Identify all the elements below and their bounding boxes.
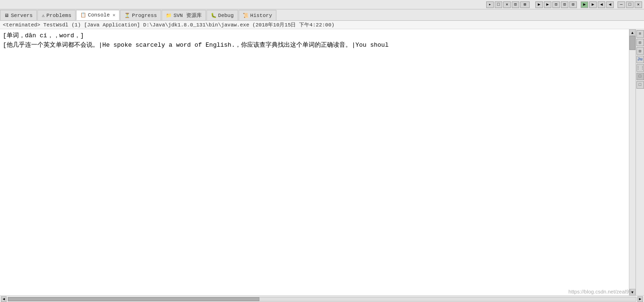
right-btn-1[interactable]: ≡: [636, 30, 644, 38]
tab-progress[interactable]: ⏳ Progress: [120, 10, 161, 20]
console-output[interactable]: [单词，dān cí，，word，] [他几乎连一个英文单词都不会说。|He s…: [0, 29, 629, 295]
scroll-right-button[interactable]: ▶: [637, 296, 643, 302]
toolbar-btn-stop[interactable]: ✕: [503, 1, 511, 8]
status-text: <terminated> TestWsdl (1) [Java Applicat…: [3, 21, 335, 28]
right-btn-4[interactable]: Ju: [636, 56, 644, 63]
tab-svn-label: SVN 资源库: [173, 12, 201, 19]
right-btn-5[interactable]: ⋮⋮: [636, 64, 644, 72]
tab-debug-label: Debug: [218, 13, 234, 18]
tab-bar: 🖥 Servers ⚠ Problems 📋 Console ✕ ⏳ Progr…: [0, 9, 644, 21]
toolbar-btn-4[interactable]: ⊡: [512, 1, 519, 8]
toolbar-btn-close-window[interactable]: ✕: [635, 1, 642, 8]
toolbar-btn-9[interactable]: ⊟: [569, 1, 577, 8]
console-line-1: [单词，dān cí，，word，]: [3, 31, 626, 41]
status-bar: <terminated> TestWsdl (1) [Java Applicat…: [0, 21, 644, 29]
tab-debug[interactable]: 🐛 Debug: [206, 10, 238, 20]
toolbar-btn-5[interactable]: ⊞: [520, 1, 530, 8]
main-area: [单词，dān cí，，word，] [他几乎连一个英文单词都不会说。|He s…: [0, 29, 644, 295]
toolbar-btn-10[interactable]: ◀: [598, 1, 605, 8]
toolbar-btn-6[interactable]: ▶: [535, 1, 543, 8]
svn-icon: 📁: [166, 13, 172, 18]
horizontal-scrollbar[interactable]: ◀ ▶: [0, 295, 644, 302]
console-icon: 📋: [80, 12, 86, 18]
watermark: https://blog.csdn.net/zeal95: [568, 289, 632, 294]
progress-icon: ⏳: [124, 13, 130, 18]
watermark-text: https://blog.csdn.net/zeal95: [568, 289, 632, 294]
tab-console-label: Console: [88, 12, 110, 18]
console-line-2: [他几乎连一个英文单词都不会说。|He spoke scarcely a wor…: [3, 41, 626, 50]
tab-progress-label: Progress: [132, 13, 157, 18]
toolbar-btn-1[interactable]: ▸: [486, 1, 494, 8]
tab-console[interactable]: 📋 Console ✕: [76, 10, 120, 20]
toolbar-btn-maximize[interactable]: □: [626, 1, 634, 8]
right-toolbar: ≡ ⊡ ⊟ Ju ⋮⋮ □ □: [635, 29, 644, 295]
right-btn-3[interactable]: ⊟: [636, 47, 644, 55]
toolbar-btn-minimize[interactable]: —: [618, 1, 625, 8]
scroll-track[interactable]: [8, 297, 636, 302]
toolbar-btn-run[interactable]: ▶: [581, 1, 588, 8]
tab-servers-label: Servers: [11, 13, 33, 18]
vertical-scrollbar[interactable]: ▲ ▼: [629, 29, 635, 295]
toolbar-btn-2[interactable]: □: [495, 1, 502, 8]
console-close-icon[interactable]: ✕: [112, 12, 115, 18]
scroll-left-button[interactable]: ◀: [1, 296, 7, 302]
tab-problems[interactable]: ⚠ Problems: [37, 10, 76, 20]
top-toolbar: ▸ □ ✕ ⊡ ⊞ ▶ ▶ ⊡ ⊡ ⊟ ▶ ▶ ◀ ◀ — □ ✕: [0, 0, 644, 9]
scroll-thumb[interactable]: [8, 297, 259, 301]
tab-svn[interactable]: 📁 SVN 资源库: [162, 10, 206, 20]
toolbar-btn-paste[interactable]: ⊡: [561, 1, 568, 8]
history-icon: 📜: [243, 13, 249, 18]
tab-history[interactable]: 📜 History: [239, 10, 276, 20]
toolbar-btn-11[interactable]: ◀: [606, 1, 614, 8]
debug-icon: 🐛: [211, 13, 216, 18]
scroll-vert-thumb[interactable]: [629, 36, 635, 50]
problems-icon: ⚠: [42, 13, 44, 18]
right-btn-7[interactable]: □: [636, 81, 644, 89]
tab-problems-label: Problems: [46, 13, 71, 18]
toolbar-btn-skip[interactable]: ▶: [589, 1, 597, 8]
right-btn-6[interactable]: □: [636, 73, 644, 80]
servers-icon: 🖥: [4, 13, 9, 18]
toolbar-btn-7[interactable]: ▶: [544, 1, 551, 8]
toolbar-btn-copy[interactable]: ⊡: [552, 1, 560, 8]
tab-history-label: History: [250, 13, 272, 18]
scroll-up-button[interactable]: ▲: [629, 29, 635, 36]
scroll-vert-track[interactable]: [629, 36, 635, 289]
right-btn-2[interactable]: ⊡: [636, 39, 644, 46]
tab-servers[interactable]: 🖥 Servers: [0, 10, 37, 20]
